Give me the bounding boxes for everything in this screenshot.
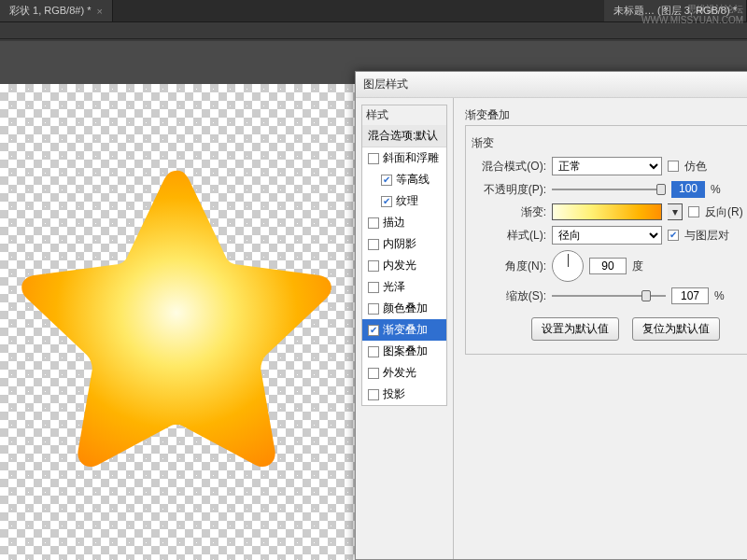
checkbox[interactable] xyxy=(368,260,379,272)
style-item-texture[interactable]: 纹理 xyxy=(362,190,446,212)
checkbox[interactable] xyxy=(368,346,379,357)
style-list-header: 样式 xyxy=(361,105,447,125)
checkbox[interactable] xyxy=(368,239,379,250)
pct-label: % xyxy=(711,183,721,196)
pct-label: % xyxy=(714,289,725,302)
document-tab-left[interactable]: 彩状 1, RGB/8#) * × xyxy=(0,0,113,21)
angle-dial[interactable] xyxy=(552,250,584,282)
align-checkbox[interactable] xyxy=(668,230,679,241)
checkbox[interactable] xyxy=(381,175,392,186)
style-item-pattern-overlay[interactable]: 图案叠加 xyxy=(362,341,446,362)
checkbox[interactable] xyxy=(368,282,379,293)
blend-mode-select[interactable]: 正常 xyxy=(552,157,662,175)
angle-unit: 度 xyxy=(632,259,643,274)
checkbox[interactable] xyxy=(368,217,379,229)
transparent-canvas[interactable] xyxy=(0,84,355,560)
gradient-dropdown-button[interactable]: ▾ xyxy=(668,203,683,220)
style-item-gradient-overlay[interactable]: 渐变叠加 xyxy=(362,319,446,341)
style-item-bevel[interactable]: 斜面和浮雕 xyxy=(362,147,446,169)
opacity-value[interactable]: 100 xyxy=(671,181,705,198)
style-label: 样式(L): xyxy=(473,228,546,244)
group-title: 渐变叠加 xyxy=(465,107,747,123)
dither-label: 仿色 xyxy=(684,159,707,175)
options-bar xyxy=(0,22,747,39)
style-item-stroke[interactable]: 描边 xyxy=(362,212,446,233)
style-item-satin[interactable]: 光泽 xyxy=(362,276,446,298)
scale-value[interactable] xyxy=(671,287,709,304)
scale-slider[interactable] xyxy=(552,289,666,302)
style-item-inner-shadow[interactable]: 内阴影 xyxy=(362,233,446,255)
blending-options-item[interactable]: 混合选项:默认 xyxy=(362,125,446,147)
watermark: 思缘设计论坛 WWW.MISSYUAN.COM xyxy=(641,4,743,26)
gradient-overlay-panel: 渐变叠加 渐变 混合模式(O): 正常 仿色 不透明度(P): 100 % xyxy=(454,98,747,559)
checkbox[interactable] xyxy=(368,389,379,400)
style-item-contour[interactable]: 等高线 xyxy=(362,169,446,190)
scale-label: 缩放(S): xyxy=(473,288,546,304)
reverse-checkbox[interactable] xyxy=(688,206,699,217)
blend-mode-label: 混合模式(O): xyxy=(473,159,546,175)
style-list-pane: 样式 混合选项:默认 斜面和浮雕 等高线 纹理 描边 内阴影 内发光 光泽 颜色… xyxy=(356,98,454,559)
style-item-outer-glow[interactable]: 外发光 xyxy=(362,362,446,384)
sub-title: 渐变 xyxy=(472,135,747,151)
angle-label: 角度(N): xyxy=(473,259,546,274)
document-tab-label: 彩状 1, RGB/8#) * xyxy=(9,4,91,18)
reset-default-button[interactable]: 复位为默认值 xyxy=(632,317,720,341)
dither-checkbox[interactable] xyxy=(668,161,679,172)
opacity-slider[interactable] xyxy=(552,183,666,196)
angle-value[interactable] xyxy=(589,258,627,274)
style-item-color-overlay[interactable]: 颜色叠加 xyxy=(362,298,446,319)
gradient-label: 渐变: xyxy=(473,204,546,220)
dialog-title: 图层样式 xyxy=(356,72,747,98)
style-item-inner-glow[interactable]: 内发光 xyxy=(362,255,446,276)
checkbox[interactable] xyxy=(368,153,379,164)
close-icon[interactable]: × xyxy=(96,6,102,17)
checkbox[interactable] xyxy=(368,303,379,315)
document-tab-bar: 彩状 1, RGB/8#) * × 未标题… (图层 3, RGB/8) * xyxy=(0,0,747,22)
checkbox[interactable] xyxy=(368,325,379,336)
make-default-button[interactable]: 设置为默认值 xyxy=(531,317,619,341)
layer-style-dialog: 图层样式 样式 混合选项:默认 斜面和浮雕 等高线 纹理 描边 内阴影 内发光 … xyxy=(355,71,747,560)
reverse-label: 反向(R) xyxy=(705,204,743,220)
star-shape[interactable] xyxy=(0,140,364,513)
gradient-swatch[interactable] xyxy=(552,203,662,220)
chevron-down-icon: ▾ xyxy=(672,205,678,218)
gradient-style-select[interactable]: 径向 xyxy=(552,226,662,245)
opacity-label: 不透明度(P): xyxy=(473,182,546,198)
style-item-drop-shadow[interactable]: 投影 xyxy=(362,384,446,405)
checkbox[interactable] xyxy=(381,196,392,207)
align-label: 与图层对 xyxy=(684,228,729,244)
checkbox[interactable] xyxy=(368,368,379,379)
